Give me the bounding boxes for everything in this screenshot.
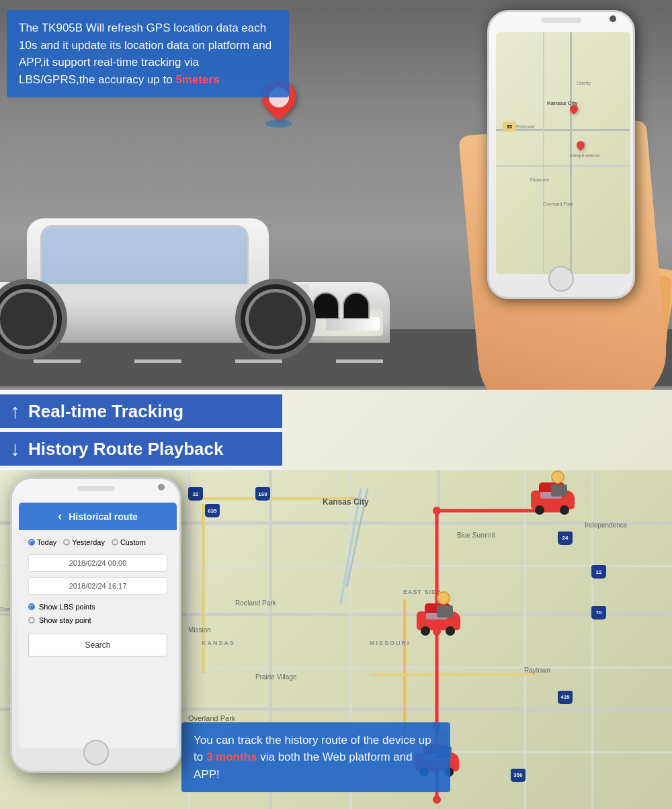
hist-back-icon: ‹ [58,509,62,523]
bottom-info-highlight: 3 months [206,751,257,763]
top-info-highlight: 5meters [175,73,219,86]
top-section: The TK905B Will refresh GPS location dat… [0,0,672,390]
bottom-section: Kansas City Blue Summit Sugar Creek Inde… [0,470,672,809]
phone-top: 35 Kansas City Shawnee Independence Over… [487,10,635,299]
labels-section: ↑ Real-time Tracking ↓ History Route Pla… [0,390,672,470]
car-route-middle [417,611,460,632]
svg-point-1 [433,507,441,515]
option-stay[interactable]: Show stay point [28,616,167,624]
bottom-info-box: You can track the history route of the d… [181,722,450,793]
svg-point-4 [433,796,441,804]
option-stay-label: Show stay point [39,616,91,624]
hist-body: Today Yesterday Custom 2018/02/24 00:00 … [19,530,177,665]
top-info-box: The TK905B Will refresh GPS location dat… [7,10,289,97]
date-end-input[interactable]: 2018/02/24 16:17 [28,577,167,595]
hist-header: ‹ Historical route [19,503,177,530]
hist-radio-row: Today Yesterday Custom [28,538,167,546]
radio-yesterday-label: Yesterday [72,538,105,546]
realtime-label-text: Real-time Tracking [28,401,183,422]
radio-custom-label: Custom [120,538,146,546]
history-label-item: ↓ History Route Playback [0,432,282,466]
realtime-label-item: ↑ Real-time Tracking [0,394,282,428]
search-button[interactable]: Search [28,634,167,656]
phone-home-button[interactable] [83,740,109,765]
date-start-input[interactable]: 2018/02/24 00:00 [28,554,167,572]
top-info-text: The TK905B Will refresh GPS location dat… [19,22,271,86]
option-lbs[interactable]: Show LBS points [28,603,167,611]
up-arrow-icon: ↑ [10,400,20,423]
hist-title: Historical route [69,511,138,522]
down-arrow-icon: ↓ [10,437,20,460]
history-label-text: History Route Playback [28,439,223,460]
car-route-top [531,491,575,511]
radio-today-label: Today [37,538,56,546]
radio-today[interactable]: Today [28,538,56,546]
radio-custom[interactable]: Custom [112,538,146,546]
phone-bottom: ‹ Historical route Today Y [10,477,181,773]
radio-yesterday[interactable]: Yesterday [63,538,105,546]
option-lbs-label: Show LBS points [39,603,95,611]
